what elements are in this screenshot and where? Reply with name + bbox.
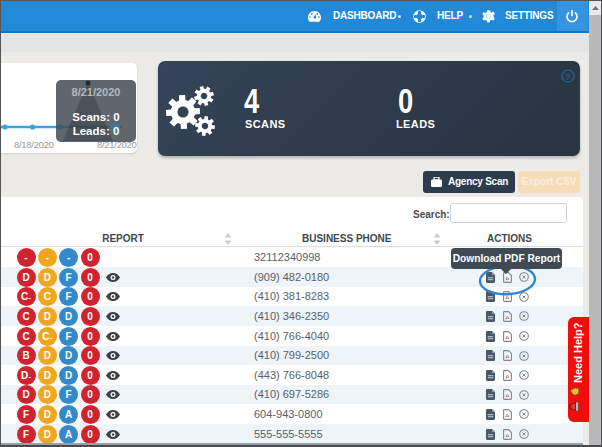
svg-text:?: ? [565,72,571,82]
